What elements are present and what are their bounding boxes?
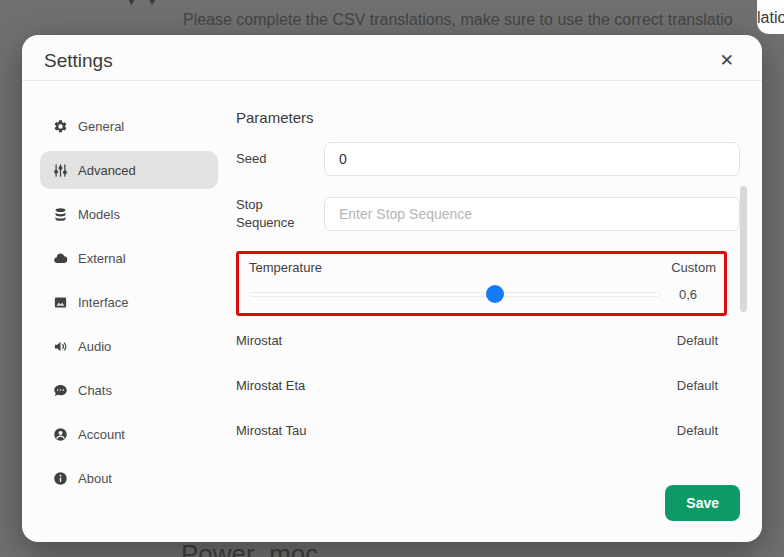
mirostat-tau-value-toggle[interactable]: Default [677, 423, 718, 438]
sidebar-item-label: Account [78, 427, 125, 442]
settings-modal: Settings ✕ General Advanced [22, 35, 762, 542]
user-circle-icon [52, 426, 68, 442]
corner-text-fragment: latio [757, 0, 784, 34]
temperature-slider-thumb[interactable] [486, 285, 504, 303]
sidebar-item-audio[interactable]: Audio [40, 327, 218, 365]
settings-sidebar: General Advanced Models [22, 81, 218, 542]
sidebar-item-about[interactable]: About [40, 459, 218, 497]
parameters-heading: Parameters [236, 109, 740, 126]
modal-footer: Save [236, 463, 740, 542]
sidebar-item-label: General [78, 119, 124, 134]
mirostat-tau-row: Mirostat Tau Default [236, 408, 740, 453]
sidebar-item-label: Advanced [78, 163, 136, 178]
sidebar-item-chats[interactable]: Chats [40, 371, 218, 409]
temperature-mode-toggle[interactable]: Custom [671, 260, 716, 275]
sidebar-item-general[interactable]: General [40, 107, 218, 145]
temperature-header-row: Temperature Custom [249, 258, 716, 277]
mirostat-label: Mirostat [236, 333, 282, 348]
seed-label: Seed [236, 150, 324, 168]
chat-bubble-icon [52, 382, 68, 398]
sidebar-item-label: External [78, 251, 126, 266]
seed-row: Seed [236, 142, 740, 176]
sidebar-item-external[interactable]: External [40, 239, 218, 277]
top-k-row: Top K Default [236, 453, 740, 463]
stop-sequence-row: Stop Sequence [236, 196, 740, 231]
temperature-label: Temperature [249, 260, 322, 275]
sidebar-item-advanced[interactable]: Advanced [40, 151, 218, 189]
scrollbar-thumb[interactable] [740, 186, 747, 312]
speaker-icon [52, 338, 68, 354]
temperature-slider[interactable] [249, 292, 660, 297]
mirostat-eta-row: Mirostat Eta Default [236, 363, 740, 408]
modal-body: General Advanced Models [22, 81, 762, 542]
gear-icon [52, 118, 68, 134]
temperature-annotation-box: Temperature Custom 0,6 [236, 251, 727, 316]
sidebar-item-account[interactable]: Account [40, 415, 218, 453]
sidebar-item-models[interactable]: Models [40, 195, 218, 233]
temperature-value: 0,6 [660, 287, 716, 302]
stop-sequence-label: Stop Sequence [236, 196, 324, 231]
parameter-list: Mirostat Default Mirostat Eta Default Mi… [236, 318, 740, 463]
modal-header: Settings ✕ [22, 35, 762, 81]
mirostat-eta-label: Mirostat Eta [236, 378, 305, 393]
temperature-slider-row: 0,6 [249, 285, 716, 303]
sidebar-item-interface[interactable]: Interface [40, 283, 218, 321]
modal-title: Settings [44, 50, 113, 72]
corner-text: latio [757, 9, 784, 27]
sliders-icon [52, 162, 68, 178]
mirostat-eta-value-toggle[interactable]: Default [677, 378, 718, 393]
screen: ▼▼ Please complete the CSV translations,… [0, 0, 784, 557]
mirostat-value-toggle[interactable]: Default [677, 333, 718, 348]
mirostat-tau-label: Mirostat Tau [236, 423, 307, 438]
stop-sequence-input[interactable] [324, 197, 740, 231]
parameters-scroll-area: Parameters Seed Stop Sequence Temperatur… [236, 81, 740, 463]
sidebar-item-label: Audio [78, 339, 111, 354]
seed-input[interactable] [324, 142, 740, 176]
sidebar-item-label: Models [78, 207, 120, 222]
info-icon [52, 470, 68, 486]
mirostat-row: Mirostat Default [236, 318, 740, 363]
sidebar-item-label: Interface [78, 295, 129, 310]
image-icon [52, 294, 68, 310]
sidebar-item-label: About [78, 471, 112, 486]
cloud-icon [52, 250, 68, 266]
sidebar-item-label: Chats [78, 383, 112, 398]
close-icon[interactable]: ✕ [716, 50, 738, 71]
database-icon [52, 206, 68, 222]
save-button[interactable]: Save [665, 485, 740, 521]
settings-content: Parameters Seed Stop Sequence Temperatur… [236, 81, 740, 542]
